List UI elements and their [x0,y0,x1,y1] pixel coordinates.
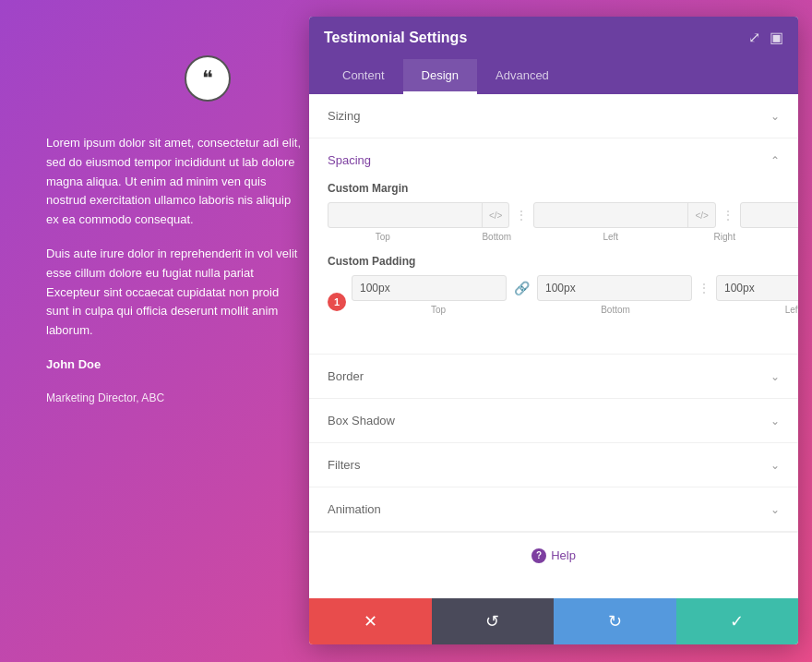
help-label: Help [551,548,576,562]
padding-inputs-inner: 🔗 ⋮ [352,275,798,328]
panel-icon-buttons: ⤢ ▣ [748,30,783,45]
section-filters: Filters ⌄ [309,443,798,487]
sizing-label: Sizing [328,109,360,123]
redo-button[interactable]: ↻ [554,598,676,644]
help-circle-icon: ? [531,548,546,563]
help-section: ? Help [309,532,798,578]
margin-top-input-group: </> [328,202,509,228]
save-button[interactable]: ✓ [676,598,799,644]
sizing-chevron-icon: ⌄ [770,110,780,123]
margin-left-label: Left [555,232,666,242]
custom-padding-block: Custom Padding 1 🔗 [328,255,780,328]
padding-link-icon[interactable]: 🔗 [510,281,533,295]
custom-margin-block: Custom Margin </> ⋮ </> [328,182,780,242]
panel-title: Testimonial Settings [324,30,467,46]
sizing-section-header[interactable]: Sizing ⌄ [309,94,798,138]
padding-top-wrap [352,275,507,301]
spacing-content: Custom Margin </> ⋮ </> [309,182,798,354]
section-box-shadow: Box Shadow ⌄ [309,399,798,443]
padding-top-label: Top [352,305,525,315]
padding-label: Custom Padding [328,255,780,268]
tab-bar: Content Design Advanced [324,59,783,94]
margin-top-code-btn[interactable]: </> [482,203,508,227]
margin-left-input-group-wrap [740,202,798,228]
margin-top-input[interactable] [328,203,482,227]
margin-right-label: Right [670,232,781,242]
padding-left-input-group [716,275,798,301]
border-label: Border [328,369,364,383]
padding-left-label: Left [706,305,798,315]
paragraph-2: Duis aute irure dolor in reprehenderit i… [46,245,304,341]
spacing-label: Spacing [328,153,371,167]
margin-top-label: Top [328,232,438,242]
margin-label: Custom Margin [328,182,780,195]
padding-bottom-label: Bottom [529,305,702,315]
margin-bottom-input-group-wrap: </> [533,202,715,228]
animation-label: Animation [328,502,381,516]
padding-inputs-row: 🔗 ⋮ [352,275,798,301]
margin-topbottom-group: </> [328,202,509,228]
box-shadow-chevron-icon: ⌄ [770,415,780,427]
margin-bottom-label: Bottom [442,232,553,242]
padding-inputs-wrapper: 1 🔗 [328,275,780,328]
help-link[interactable]: ? Help [531,548,576,563]
spacing-section-header[interactable]: Spacing ⌃ [309,138,798,182]
author-title: Marketing Director, ABC [46,390,304,407]
margin-inputs-row: </> ⋮ </> ⋮ [328,202,780,228]
testimonial-body: Lorem ipsum dolor sit amet, consectetur … [46,134,304,407]
border-chevron-icon: ⌄ [770,370,780,383]
tab-design[interactable]: Design [403,59,477,94]
padding-divider-icon: ⋮ [696,281,712,295]
padding-bottom-input[interactable] [538,276,691,300]
box-shadow-label: Box Shadow [328,414,395,427]
section-border: Border ⌄ [309,355,798,399]
padding-labels-row: Top Bottom Left Right [352,305,798,315]
fullscreen-icon[interactable]: ⤢ [748,30,760,45]
margin-labels-row: Top Bottom Left Right [328,232,780,242]
tab-content[interactable]: Content [324,59,403,94]
padding-badge: 1 [328,293,346,311]
cancel-button[interactable]: ✕ [309,598,432,644]
undo-button[interactable]: ↺ [432,598,555,644]
padding-left-wrap [716,275,798,301]
margin-divider2-icon: ⋮ [720,208,736,223]
padding-top-input-group [352,275,507,301]
padding-bottom-wrap [537,275,692,301]
padding-left-input[interactable] [717,276,798,300]
section-animation: Animation ⌄ [309,487,798,532]
margin-bottom-input[interactable] [534,203,687,227]
filters-label: Filters [328,458,360,472]
panel-header: Testimonial Settings ⤢ ▣ Content Design … [309,17,798,94]
section-spacing: Spacing ⌃ Custom Margin </> ⋮ [309,138,798,355]
filters-section-header[interactable]: Filters ⌄ [309,443,798,487]
section-sizing: Sizing ⌄ [309,94,798,138]
filters-chevron-icon: ⌄ [770,459,780,472]
margin-divider-icon: ⋮ [513,208,530,223]
margin-left-input-group [740,202,798,228]
layout-icon[interactable]: ▣ [770,30,783,45]
tab-advanced[interactable]: Advanced [477,59,567,94]
padding-bottom-input-group [537,275,692,301]
animation-section-header[interactable]: Animation ⌄ [309,487,798,531]
panel-footer: ✕ ↺ ↻ ✓ [309,598,798,644]
margin-bottom-code-btn[interactable]: </> [687,203,714,227]
padding-top-input[interactable] [352,276,506,300]
panel-body: Sizing ⌄ Spacing ⌃ Custom Margin [309,94,798,598]
spacing-chevron-icon: ⌃ [770,154,780,167]
margin-left-input[interactable] [741,203,798,227]
quote-icon: ❝ [185,55,231,102]
paragraph-1: Lorem ipsum dolor sit amet, consectetur … [46,134,304,230]
settings-panel: Testimonial Settings ⤢ ▣ Content Design … [309,17,798,644]
border-section-header[interactable]: Border ⌄ [309,355,798,398]
author-name: John Doe [46,355,304,375]
animation-chevron-icon: ⌄ [770,503,780,516]
box-shadow-section-header[interactable]: Box Shadow ⌄ [309,399,798,442]
margin-bottom-input-group: </> [533,202,715,228]
